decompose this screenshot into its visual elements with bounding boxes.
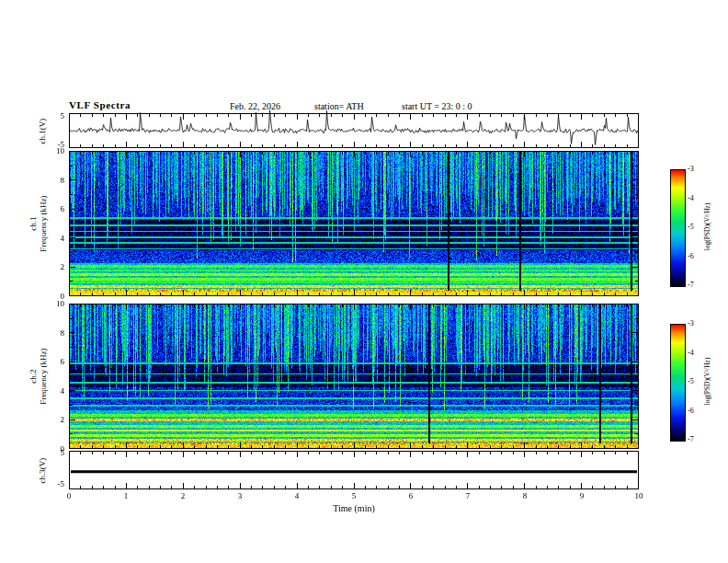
tick-label: 6 xyxy=(46,204,64,213)
colorbar-ch1-label-text: log(PSD)(V²/Hz) xyxy=(703,203,711,251)
ch1-channel-label-text: ch.1 xyxy=(28,216,38,230)
time-axis-label: Time (min) xyxy=(69,503,639,513)
colorbar-ch2-label: log(PSD)(V²/Hz) xyxy=(703,340,711,423)
tick-label: -3 xyxy=(688,319,694,328)
tick-label: -5 xyxy=(46,479,64,488)
tick-label: 4 xyxy=(288,491,306,500)
tick-label: 7 xyxy=(459,491,477,500)
tick-label: -5 xyxy=(46,140,64,149)
tick-label: -6 xyxy=(688,407,694,416)
ch1-waveform-panel xyxy=(69,100,639,155)
colorbar-ch2 xyxy=(670,324,686,442)
vlf-spectra-figure: VLF Spectra Feb. 22, 2026 station= ATH s… xyxy=(0,0,728,563)
tick-label: 5 xyxy=(46,448,64,457)
tick-label: -6 xyxy=(688,252,694,261)
ch3-voltage-axis-label-text: ch.3(V) xyxy=(38,458,47,484)
tick-label: -7 xyxy=(688,281,694,290)
ch3-waveform-panel xyxy=(69,451,639,489)
tick-label: -5 xyxy=(688,223,694,232)
tick-label: 10 xyxy=(46,299,64,308)
tick-label: 6 xyxy=(46,357,64,366)
ch1-voltage-axis-label-text: ch.1(V) xyxy=(38,119,47,144)
tick-label: 2 xyxy=(174,491,192,500)
tick-label: 3 xyxy=(231,491,249,500)
tick-label: 1 xyxy=(117,491,135,500)
tick-label: 6 xyxy=(402,491,420,500)
tick-label: 2 xyxy=(46,415,64,424)
tick-label: 10 xyxy=(630,491,648,500)
tick-label: -3 xyxy=(688,165,694,174)
tick-label: 0 xyxy=(60,491,78,500)
ch1-spectrogram-panel xyxy=(69,151,639,296)
ch2-spectrogram-panel xyxy=(69,304,639,449)
tick-label: 8 xyxy=(516,491,534,500)
colorbar-ch1-label: log(PSD)(V²/Hz) xyxy=(703,186,711,269)
ch2-channel-label-text: ch.2 xyxy=(28,369,38,383)
tick-label: 2 xyxy=(46,262,64,271)
tick-label: -4 xyxy=(688,349,694,358)
tick-label: 5 xyxy=(345,491,363,500)
tick-label: 9 xyxy=(573,491,591,500)
tick-label: 5 xyxy=(46,111,64,121)
colorbar-ch1 xyxy=(670,169,686,287)
tick-label: 8 xyxy=(46,328,64,338)
tick-label: -4 xyxy=(688,194,694,203)
tick-label: -7 xyxy=(688,435,694,444)
colorbar-ch2-label-text: log(PSD)(V²/Hz) xyxy=(703,358,711,406)
tick-label: 4 xyxy=(46,234,64,243)
tick-label: 4 xyxy=(46,386,64,396)
tick-label: 8 xyxy=(46,176,64,185)
tick-label: -5 xyxy=(688,377,694,386)
